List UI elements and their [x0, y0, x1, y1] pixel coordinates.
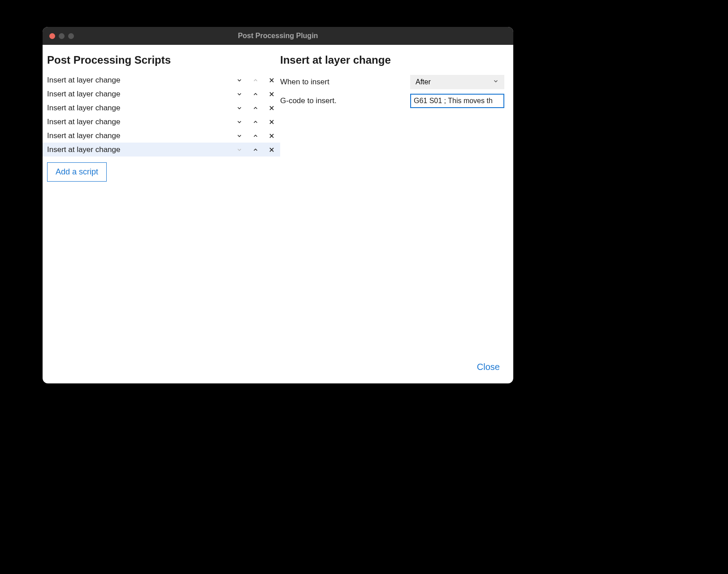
- move-down-icon[interactable]: [235, 118, 243, 126]
- move-down-icon[interactable]: [235, 104, 243, 112]
- script-row[interactable]: Insert at layer change: [43, 143, 280, 157]
- script-row[interactable]: Insert at layer change: [43, 115, 280, 129]
- dialog-window: Post Processing Plugin Post Processing S…: [43, 27, 513, 383]
- script-row-buttons: [235, 118, 280, 126]
- script-row-label: Insert at layer change: [47, 90, 235, 99]
- script-row[interactable]: Insert at layer change: [43, 101, 280, 115]
- titlebar: Post Processing Plugin: [43, 27, 513, 45]
- script-row-label: Insert at layer change: [47, 117, 235, 126]
- when-to-insert-value: After: [416, 78, 431, 86]
- left-panel: Post Processing Scripts Insert at layer …: [43, 45, 280, 383]
- move-down-icon[interactable]: [235, 76, 243, 84]
- close-window-button[interactable]: [49, 33, 55, 39]
- move-down-icon[interactable]: [235, 90, 243, 98]
- script-row-label: Insert at layer change: [47, 76, 235, 85]
- remove-icon[interactable]: [268, 118, 276, 126]
- script-row[interactable]: Insert at layer change: [43, 73, 280, 87]
- script-row[interactable]: Insert at layer change: [43, 87, 280, 101]
- traffic-lights: [43, 33, 74, 39]
- move-up-icon[interactable]: [251, 146, 260, 154]
- script-row-buttons: [235, 76, 280, 84]
- move-down-icon: [235, 146, 243, 154]
- script-row[interactable]: Insert at layer change: [43, 129, 280, 143]
- move-up-icon[interactable]: [251, 132, 260, 140]
- script-row-buttons: [235, 104, 280, 112]
- minimize-window-button[interactable]: [59, 33, 65, 39]
- move-up-icon[interactable]: [251, 90, 260, 98]
- move-up-icon: [251, 76, 260, 84]
- move-up-icon[interactable]: [251, 118, 260, 126]
- chevron-down-icon: [493, 78, 499, 86]
- script-row-buttons: [235, 146, 280, 154]
- remove-icon[interactable]: [268, 90, 276, 98]
- script-row-label: Insert at layer change: [47, 131, 235, 140]
- window-title: Post Processing Plugin: [43, 32, 513, 40]
- remove-icon[interactable]: [268, 146, 276, 154]
- when-to-insert-row: When to insert After: [280, 73, 504, 91]
- maximize-window-button[interactable]: [68, 33, 74, 39]
- script-row-label: Insert at layer change: [47, 104, 235, 113]
- script-settings-heading: Insert at layer change: [280, 54, 504, 73]
- add-script-button[interactable]: Add a script: [47, 162, 107, 182]
- close-button[interactable]: Close: [477, 362, 500, 372]
- scripts-heading: Post Processing Scripts: [43, 54, 280, 73]
- gcode-label: G-code to insert.: [280, 96, 410, 105]
- script-row-label: Insert at layer change: [47, 145, 235, 154]
- gcode-input-value: G61 S01 ; This moves th: [414, 97, 493, 105]
- remove-icon[interactable]: [268, 76, 276, 84]
- when-to-insert-select[interactable]: After: [410, 75, 504, 89]
- script-row-buttons: [235, 90, 280, 98]
- when-to-insert-label: When to insert: [280, 78, 410, 87]
- gcode-input[interactable]: G61 S01 ; This moves th: [410, 94, 504, 108]
- dialog-content: Post Processing Scripts Insert at layer …: [43, 45, 513, 383]
- move-up-icon[interactable]: [251, 104, 260, 112]
- move-down-icon[interactable]: [235, 132, 243, 140]
- remove-icon[interactable]: [268, 132, 276, 140]
- remove-icon[interactable]: [268, 104, 276, 112]
- script-list: Insert at layer changeInsert at layer ch…: [43, 73, 280, 157]
- right-panel: Insert at layer change When to insert Af…: [280, 45, 513, 383]
- gcode-row: G-code to insert. G61 S01 ; This moves t…: [280, 92, 504, 110]
- script-row-buttons: [235, 132, 280, 140]
